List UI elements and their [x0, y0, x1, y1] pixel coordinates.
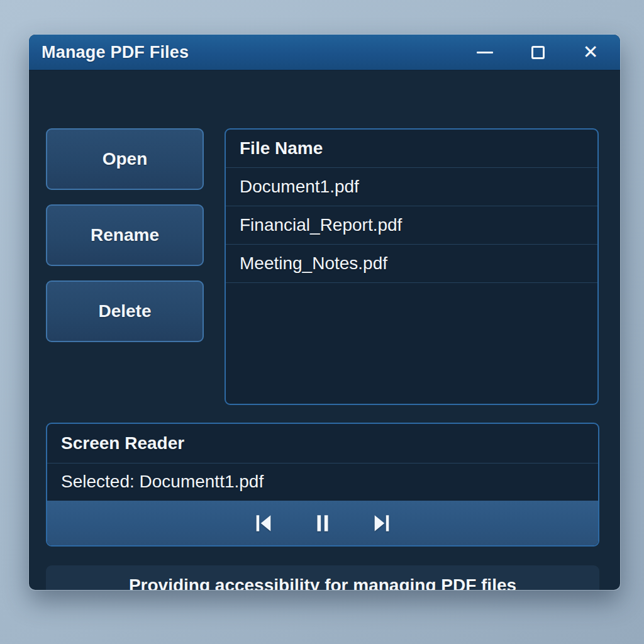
- next-track-icon: [371, 513, 392, 534]
- maximize-button[interactable]: [526, 40, 550, 64]
- file-list-item[interactable]: Financial_Report.pdf: [226, 206, 597, 245]
- previous-track-button[interactable]: [250, 509, 277, 537]
- minimize-button[interactable]: [473, 40, 497, 64]
- screen-reader-title: Screen Reader: [47, 424, 598, 464]
- footer-status-bar: Providing accessibility for managing PDF…: [46, 565, 599, 590]
- file-list-panel: File Name Document1.pdf Financial_Report…: [225, 128, 599, 405]
- previous-track-icon: [253, 513, 274, 534]
- screen-reader-panel: Screen Reader Selected: Documentt1.pdf: [46, 423, 599, 547]
- titlebar[interactable]: Manage PDF Files ✕: [29, 35, 620, 70]
- delete-button[interactable]: Delete: [46, 280, 204, 342]
- rename-button[interactable]: Rename: [46, 204, 204, 266]
- window-content: Open Rename Delete File Name Document1.p…: [29, 70, 620, 590]
- file-list-item[interactable]: Document1.pdf: [226, 168, 597, 206]
- media-controls-bar: [47, 501, 598, 545]
- window-controls: ✕: [473, 40, 602, 64]
- close-icon: ✕: [582, 43, 598, 62]
- minimize-icon: [477, 52, 493, 53]
- pause-button[interactable]: [309, 509, 336, 537]
- file-list-header: File Name: [226, 130, 597, 168]
- open-button[interactable]: Open: [46, 128, 204, 190]
- screen-reader-status: Selected: Documentt1.pdf: [47, 464, 598, 501]
- window-title: Manage PDF Files: [42, 43, 189, 62]
- close-button[interactable]: ✕: [579, 40, 602, 64]
- next-track-button[interactable]: [368, 509, 396, 537]
- pause-icon: [312, 513, 333, 534]
- maximize-icon: [531, 46, 545, 59]
- app-window: Manage PDF Files ✕ Open Rename Delete Fi…: [29, 35, 620, 590]
- file-list-item[interactable]: Meeting_Notes.pdf: [226, 245, 597, 283]
